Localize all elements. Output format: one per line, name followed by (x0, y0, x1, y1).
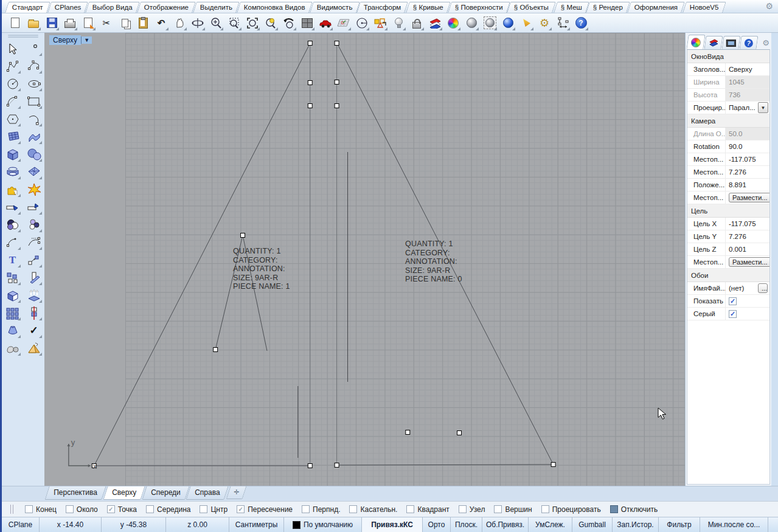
camera-x-value[interactable]: -117.075 (725, 153, 769, 165)
array-linear-icon[interactable] (26, 305, 43, 321)
camera-y-value[interactable]: 7.276 (725, 166, 769, 178)
status-osnap-toggle[interactable]: Об.Привяз. (482, 517, 529, 532)
save-icon[interactable] (44, 16, 59, 30)
selection-filter-icon[interactable] (373, 16, 387, 30)
rotation-value[interactable]: 90.0 (725, 140, 769, 153)
tab-properties[interactable] (686, 35, 705, 49)
print-icon[interactable] (63, 16, 77, 30)
circle-icon[interactable] (4, 75, 21, 92)
cut-icon[interactable]: ✂ (99, 16, 114, 30)
status-minimize[interactable]: Мин.после со... (700, 517, 768, 532)
explode-icon[interactable] (26, 181, 43, 198)
tab-front[interactable]: Спереди (142, 486, 189, 500)
blend-curve-icon[interactable] (26, 111, 43, 127)
osnap-tangent[interactable]: Касательн. (349, 505, 397, 514)
rocks-icon[interactable] (4, 340, 21, 356)
menu-tab-cplanes[interactable]: CPlanes (47, 2, 88, 13)
osnap-project[interactable]: Проецировать (541, 505, 601, 514)
zoom-dynamic-icon[interactable] (209, 16, 223, 30)
menu-tab-curves[interactable]: § Кривые (406, 2, 451, 13)
rendered-sphere-icon[interactable] (501, 16, 515, 30)
place-camera-button[interactable]: Размести... (729, 193, 769, 202)
status-ortho[interactable]: Орто (423, 517, 451, 532)
menu-tab-objects[interactable]: § Объекты (507, 2, 557, 13)
status-units[interactable]: Сантиметры (229, 517, 284, 532)
menu-tab-display[interactable]: Отображение (137, 2, 196, 13)
open-file-icon[interactable] (26, 16, 41, 30)
circle-center-icon[interactable] (355, 16, 369, 30)
undo-view-change-icon[interactable] (282, 16, 296, 30)
zoom-window-icon[interactable] (227, 16, 241, 30)
zoom-selected-icon[interactable] (263, 16, 278, 30)
dimension-icon[interactable] (555, 16, 570, 30)
boolean-circles-icon[interactable] (4, 216, 21, 233)
menu-tab-select[interactable]: Выделить (193, 2, 240, 13)
tab-layers[interactable] (704, 36, 723, 49)
spheres-icon[interactable] (26, 146, 43, 162)
layers-wedge-icon[interactable] (428, 16, 442, 30)
surface-grid-icon[interactable] (4, 128, 21, 145)
add-viewport-tab-button[interactable]: ✛ (226, 486, 246, 499)
osnap-quadrant[interactable]: Квадрант (406, 505, 449, 514)
check-selection-icon[interactable]: ✓ (26, 322, 43, 339)
viewport-title[interactable]: Сверху ▼ (49, 35, 92, 45)
osnap-grip[interactable] (10, 505, 13, 514)
place-target-button[interactable]: Размести... (729, 257, 769, 267)
boolean-puzzle-icon[interactable] (4, 181, 21, 198)
browse-file-button[interactable]: ... (758, 283, 768, 293)
light-bulb-icon[interactable] (391, 16, 406, 30)
status-smarttrack[interactable]: УмСлеж. (529, 517, 572, 532)
tab-help[interactable]: ? (739, 36, 758, 49)
rotate-view-icon[interactable] (190, 16, 205, 30)
hatch-icon[interactable] (26, 269, 43, 286)
tab-right[interactable]: Справа (186, 486, 229, 500)
control-points[interactable] (92, 41, 555, 468)
status-cplane[interactable]: CPlane (2, 517, 40, 532)
status-planar[interactable]: Плоск. (451, 517, 482, 532)
box-icon[interactable] (4, 146, 21, 162)
osnap-knot[interactable]: Узел (459, 505, 485, 514)
ellipse-icon[interactable] (26, 75, 43, 92)
lock-icon[interactable] (409, 16, 424, 30)
viewport-title-value[interactable]: Сверху (725, 63, 769, 75)
gray-wallpaper-checkbox[interactable] (729, 310, 737, 318)
menu-tab-standard[interactable]: Стандарт (5, 2, 50, 13)
boolean-dots-icon[interactable] (26, 216, 43, 233)
point-icon[interactable] (26, 40, 43, 57)
menu-tab-newv5[interactable]: НовоеV5 (682, 2, 726, 13)
sidebar-grip[interactable] (8, 35, 38, 36)
menu-tab-mesh[interactable]: § Меш (554, 2, 589, 13)
array-grid-icon[interactable] (4, 305, 21, 321)
tab-perspective[interactable]: Перспектива (44, 486, 106, 500)
panel-gear-icon[interactable]: ⚙ (762, 38, 769, 49)
menu-tab-visibility[interactable]: Видимость (310, 2, 359, 13)
target-z-value[interactable]: 0.001 (725, 243, 769, 255)
pyramid-drag-icon[interactable] (26, 340, 43, 356)
camera-z-value[interactable]: 8.891 (725, 179, 769, 191)
fillet-curve-icon[interactable] (4, 234, 21, 250)
color-wheel-icon[interactable] (446, 16, 460, 30)
text-icon[interactable]: T (4, 252, 21, 268)
polygon-icon[interactable] (4, 111, 21, 127)
projection-select[interactable]: Парал...▼ (725, 102, 769, 114)
top-viewport[interactable]: y x Сверху ▼ QUANTITY: 1 CATEGORY: ANNOT… (44, 33, 685, 486)
extrude-icon[interactable] (26, 287, 43, 303)
osnap-disable[interactable]: Отключить (610, 505, 658, 514)
loft-surface-icon[interactable] (26, 128, 43, 145)
osnap-end[interactable]: Конец (25, 505, 57, 514)
menu-tab-viewport-layout[interactable]: Компоновка Видов (237, 2, 313, 13)
osnap-vertex[interactable]: Вершин (494, 505, 532, 514)
menu-tab-transform[interactable]: Трансформ (356, 2, 408, 13)
pan-hand-icon[interactable] (172, 16, 187, 30)
menu-tab-render[interactable]: § Рендер (586, 2, 631, 13)
zoom-extents-icon[interactable] (245, 16, 260, 30)
blocks-icon[interactable] (4, 269, 21, 286)
menu-tab-surfaces[interactable]: § Поверхности (448, 2, 510, 13)
torus-icon[interactable] (4, 164, 21, 180)
export-page-icon[interactable] (81, 16, 96, 30)
osnap-point[interactable]: Точка (107, 505, 137, 514)
adjust-curve-icon[interactable] (26, 234, 43, 250)
target-x-value[interactable]: -117.075 (725, 218, 769, 230)
shaded-sphere-icon[interactable] (464, 16, 479, 30)
arc-icon[interactable] (4, 93, 21, 109)
